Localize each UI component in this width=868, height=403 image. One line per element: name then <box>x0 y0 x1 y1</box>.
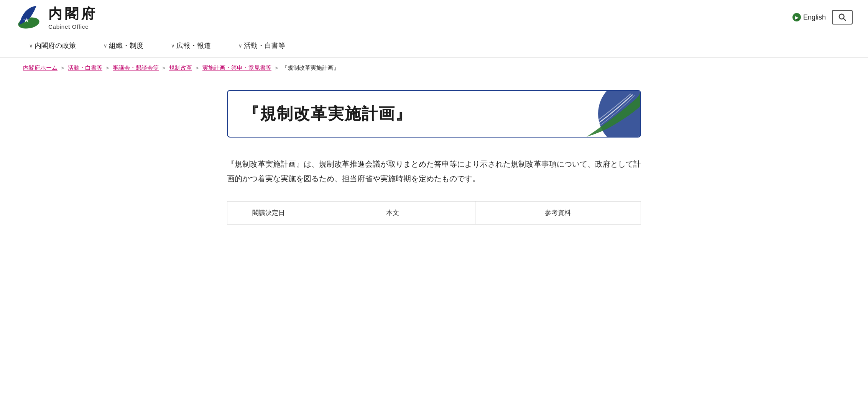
svg-line-2 <box>843 18 846 21</box>
logo-area: 内閣府 Cabinet Office <box>15 4 98 31</box>
search-button[interactable] <box>832 10 853 25</box>
nav-item-activities[interactable]: ∨ 活動・白書等 <box>225 34 299 57</box>
logo-text: 内閣府 Cabinet Office <box>48 5 98 30</box>
breadcrumb-sep-3: ＞ <box>161 64 167 72</box>
breadcrumb: 内閣府ホーム ＞ 活動・白書等 ＞ 審議会・懇談会等 ＞ 規制改革 ＞ 実施計画… <box>0 57 868 79</box>
nav-item-org[interactable]: ∨ 組織・制度 <box>90 34 157 57</box>
nav-label-pr: 広報・報道 <box>176 41 211 50</box>
breadcrumb-current: 『規制改革実施計画』 <box>282 64 339 72</box>
breadcrumb-activities[interactable]: 活動・白書等 <box>68 64 102 72</box>
breadcrumb-sep-1: ＞ <box>60 64 66 72</box>
table-col-reference: 参考資料 <box>475 202 641 224</box>
search-icon <box>838 13 847 21</box>
nav-label-policy: 内閣府の政策 <box>35 41 76 50</box>
breadcrumb-council[interactable]: 審議会・懇談会等 <box>113 64 159 72</box>
breadcrumb-regulation[interactable]: 規制改革 <box>169 64 192 72</box>
breadcrumb-sep-2: ＞ <box>105 64 110 72</box>
english-icon: ▶ <box>792 13 801 21</box>
breadcrumb-home[interactable]: 内閣府ホーム <box>23 64 58 72</box>
nav-item-policy[interactable]: ∨ 内閣府の政策 <box>15 34 90 57</box>
main-content: 『規制改革実施計画』 『規制改革実施計画』は、規制改革推進会議が取りまとめた答申… <box>166 79 702 240</box>
page-description: 『規制改革実施計画』は、規制改革推進会議が取りまとめた答申等により示された規制改… <box>227 157 641 186</box>
header-top: 内閣府 Cabinet Office ▶ English <box>15 0 853 34</box>
main-nav: ∨ 内閣府の政策 ∨ 組織・制度 ∨ 広報・報道 ∨ 活動・白書等 <box>15 34 853 57</box>
breadcrumb-sep-4: ＞ <box>194 64 200 72</box>
cabinet-office-logo <box>15 4 42 31</box>
svg-point-1 <box>839 14 844 19</box>
english-link[interactable]: ▶ English <box>792 13 826 21</box>
nav-label-org: 組織・制度 <box>109 41 143 50</box>
nav-item-pr[interactable]: ∨ 広報・報道 <box>157 34 225 57</box>
nav-arrow-policy: ∨ <box>29 43 33 49</box>
table-header-row: 閣議決定日 本文 参考資料 <box>227 201 641 224</box>
table-col-date: 閣議決定日 <box>227 202 310 224</box>
header-right: ▶ English <box>792 10 853 25</box>
site-name-en: Cabinet Office <box>48 23 98 30</box>
site-header: 内閣府 Cabinet Office ▶ English ∨ 内閣府の政策 ∨ <box>0 0 868 57</box>
page-title: 『規制改革実施計画』 <box>228 92 427 135</box>
english-label: English <box>803 13 826 21</box>
title-decoration <box>556 91 640 137</box>
nav-arrow-pr: ∨ <box>171 43 175 49</box>
nav-label-activities: 活動・白書等 <box>244 41 285 50</box>
nav-arrow-org: ∨ <box>104 43 107 49</box>
title-banner: 『規制改革実施計画』 <box>227 90 641 138</box>
table-col-text: 本文 <box>310 202 475 224</box>
breadcrumb-sep-5: ＞ <box>274 64 279 72</box>
nav-arrow-activities: ∨ <box>238 43 242 49</box>
site-name: 内閣府 <box>48 5 98 23</box>
breadcrumb-plan[interactable]: 実施計画・答申・意見書等 <box>202 64 271 72</box>
